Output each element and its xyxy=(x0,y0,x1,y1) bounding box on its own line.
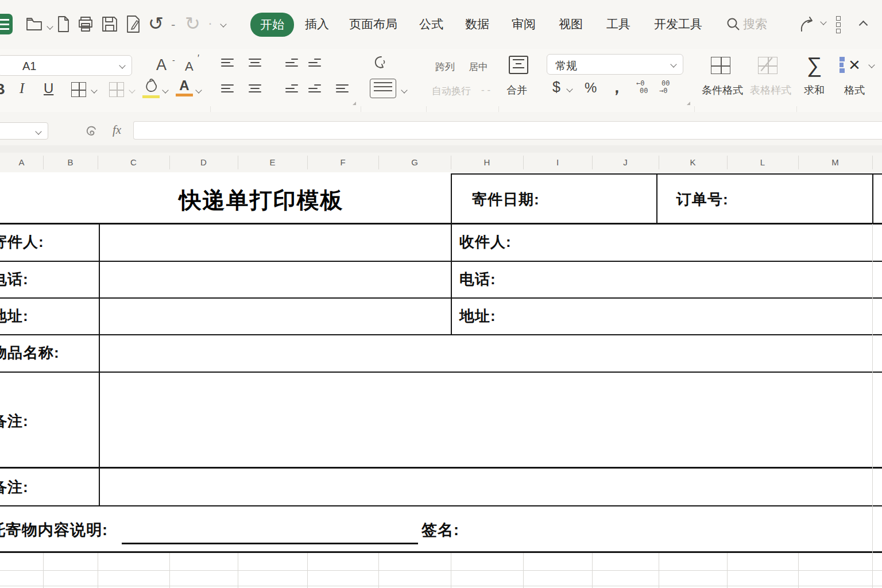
order-no-cell[interactable]: 订单号: xyxy=(676,189,729,210)
tab-home[interactable]: 开始 xyxy=(250,13,294,37)
grow-font-button[interactable]: A xyxy=(156,56,167,74)
ship-date-cell[interactable]: 寄件日期: xyxy=(472,189,540,210)
decrease-decimal-button[interactable]: 00→0 xyxy=(662,80,670,95)
receiver-address-label-cell[interactable]: 地址: xyxy=(459,306,496,326)
merge-center-icon[interactable] xyxy=(370,79,396,98)
format-chevron-icon[interactable] xyxy=(868,61,875,68)
col-header-C[interactable]: C xyxy=(98,153,169,172)
collapse-ribbon-icon[interactable] xyxy=(859,21,868,30)
font-name-combo[interactable]: A1 xyxy=(0,55,132,76)
dialog-launcher-icon[interactable] xyxy=(353,102,356,105)
font-color-icon[interactable]: A xyxy=(176,79,193,96)
remark2-label-cell[interactable]: 备注: xyxy=(0,477,29,497)
tab-developer[interactable]: 开发工具 xyxy=(654,16,702,32)
form-title-cell[interactable]: 快递单打印模板 xyxy=(179,185,344,216)
align-middle-icon[interactable] xyxy=(249,56,261,69)
format-label[interactable]: 格式 xyxy=(844,83,865,97)
underline-button[interactable]: U xyxy=(44,80,53,96)
text-orientation-icon[interactable] xyxy=(336,82,349,95)
remark1-label-cell[interactable]: 备注: xyxy=(0,411,29,431)
new-file-button[interactable] xyxy=(56,16,70,33)
indent-left-icon[interactable] xyxy=(285,82,298,95)
tab-insert[interactable]: 插入 xyxy=(305,16,329,32)
center-across-button[interactable]: 居中 xyxy=(469,60,488,74)
window-options-icon[interactable] xyxy=(836,16,841,33)
italic-button[interactable]: I xyxy=(20,80,24,96)
col-header-A[interactable]: A xyxy=(0,153,43,172)
sum-label[interactable]: 求和 xyxy=(804,83,825,97)
sender-address-label-cell[interactable]: 地址: xyxy=(0,306,29,326)
merge-cells-label[interactable]: 合并 xyxy=(506,83,527,97)
col-header-F[interactable]: F xyxy=(307,153,378,172)
tab-review[interactable]: 审阅 xyxy=(512,16,536,32)
number-format-combo[interactable]: 常规 xyxy=(547,54,683,75)
increase-decimal-button[interactable]: ←000 xyxy=(636,80,648,95)
tab-formulas[interactable]: 公式 xyxy=(419,16,443,32)
tab-tools[interactable]: 工具 xyxy=(606,16,630,32)
align-center-icon[interactable] xyxy=(249,82,261,95)
col-header-B[interactable]: B xyxy=(43,153,98,172)
percent-button[interactable]: % xyxy=(585,80,597,96)
merge-small-chevron-icon[interactable] xyxy=(129,87,135,93)
fill-color-icon[interactable] xyxy=(142,79,160,98)
worksheet[interactable]: 快递单打印模板 寄件日期: 订单号: 寄件人: 电话: 地址: 物品名称: 备注… xyxy=(0,172,882,588)
indent-decrease-icon[interactable] xyxy=(285,56,298,69)
wrap-text-icon[interactable] xyxy=(372,55,390,73)
comma-button[interactable]: ， xyxy=(609,76,625,98)
conditional-format-label[interactable]: 条件格式 xyxy=(702,83,743,97)
currency-chevron-icon[interactable] xyxy=(566,86,572,92)
col-header-E[interactable]: E xyxy=(238,153,307,172)
col-header-J[interactable]: J xyxy=(592,153,659,172)
dialog-launcher-icon[interactable] xyxy=(687,102,690,105)
sum-icon[interactable]: ∑ xyxy=(807,53,822,78)
borders-chevron-icon[interactable] xyxy=(91,87,97,93)
merge-cells-icon[interactable] xyxy=(509,56,528,74)
indent-increase-icon[interactable] xyxy=(308,56,321,69)
col-header-H[interactable]: H xyxy=(451,153,523,172)
currency-button[interactable]: $ xyxy=(552,79,560,95)
shrink-font-button[interactable]: A xyxy=(185,59,194,74)
merge-cells-small-icon[interactable] xyxy=(109,82,124,97)
print-button[interactable] xyxy=(77,16,94,33)
share-more-chevron-icon[interactable] xyxy=(820,18,826,25)
split-columns-button[interactable]: 跨列 xyxy=(435,60,455,74)
undo-more[interactable]: - xyxy=(171,17,175,32)
clear-icon[interactable]: × xyxy=(849,53,860,76)
col-header-G[interactable]: G xyxy=(378,153,451,172)
receiver-phone-label-cell[interactable]: 电话: xyxy=(459,269,496,289)
open-more-chevron-icon[interactable] xyxy=(47,23,53,29)
cell-reference-box[interactable] xyxy=(0,122,48,140)
tab-page-layout[interactable]: 页面布局 xyxy=(349,16,397,32)
tab-data[interactable]: 数据 xyxy=(465,16,489,32)
undo-icon[interactable]: ↺ xyxy=(148,13,164,34)
share-icon[interactable] xyxy=(798,15,819,34)
col-header-K[interactable]: K xyxy=(659,153,727,172)
insert-function-button[interactable]: fx xyxy=(113,123,121,137)
contents-note-label-cell[interactable]: 托寄物内容说明: xyxy=(0,520,108,540)
indent-right-icon[interactable] xyxy=(308,82,321,95)
borders-icon[interactable] xyxy=(71,82,86,97)
font-color-chevron-icon[interactable] xyxy=(195,87,202,93)
align-top-icon[interactable] xyxy=(221,56,234,69)
fill-color-chevron-icon[interactable] xyxy=(162,87,168,93)
merge-center-chevron-icon[interactable] xyxy=(401,87,407,93)
align-left-icon[interactable] xyxy=(221,82,234,95)
app-logo-icon[interactable] xyxy=(0,14,13,34)
sender-phone-label-cell[interactable]: 电话: xyxy=(0,269,29,289)
save-button[interactable] xyxy=(101,16,118,33)
col-header-M[interactable]: M xyxy=(798,153,872,172)
export-edit-button[interactable] xyxy=(125,15,141,33)
sender-label-cell[interactable]: 寄件人: xyxy=(0,232,44,252)
ai-assistant-icon[interactable] xyxy=(84,125,99,138)
conditional-format-icon[interactable] xyxy=(711,57,730,74)
item-name-label-cell[interactable]: 物品名称: xyxy=(0,343,60,363)
search-placeholder[interactable]: 搜索 xyxy=(743,16,767,32)
formula-input[interactable] xyxy=(133,121,882,140)
signature-label-cell[interactable]: 签名: xyxy=(421,520,459,540)
col-header-L[interactable]: L xyxy=(727,153,798,172)
search-icon[interactable] xyxy=(726,17,741,32)
tab-view[interactable]: 视图 xyxy=(559,16,583,32)
col-header-I[interactable]: I xyxy=(523,153,592,172)
open-folder-button[interactable] xyxy=(25,16,44,32)
customize-toolbar-chevron-icon[interactable] xyxy=(220,21,226,27)
